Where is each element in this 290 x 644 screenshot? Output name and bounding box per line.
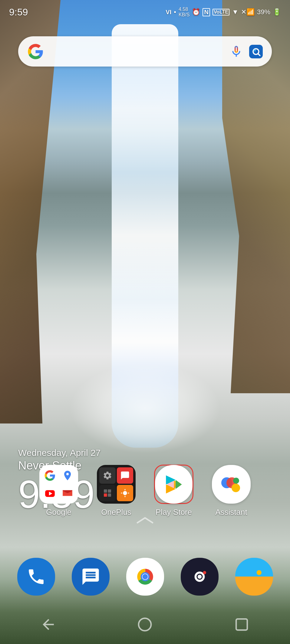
- svg-rect-8: [104, 493, 107, 497]
- nfc-icon: N: [203, 8, 210, 16]
- svg-marker-15: [166, 475, 176, 484]
- google-g-logo: [27, 43, 44, 60]
- oneplus-app-label: OnePlus: [101, 508, 131, 517]
- dock: [0, 558, 290, 596]
- svg-point-3: [66, 473, 69, 475]
- svg-rect-0: [249, 45, 263, 58]
- camera-icon: [190, 567, 209, 587]
- nav-back-button[interactable]: [36, 612, 61, 636]
- svg-rect-9: [108, 493, 111, 497]
- status-time: 9:59: [9, 7, 28, 18]
- dock-messages[interactable]: [72, 558, 110, 596]
- drawer-handle[interactable]: [133, 514, 157, 528]
- app-item-assistant[interactable]: Assistant: [212, 465, 251, 517]
- phone-icon: [26, 567, 46, 587]
- status-icons: VI • 4.58KB/S ⏰ N VoLTE ▼ ✕📶 39% 🔋: [166, 7, 281, 17]
- playstore-app-label: Play Store: [156, 508, 192, 517]
- svg-point-10: [123, 491, 127, 495]
- assistant-icon-wrapper: [212, 465, 251, 504]
- oneplus-icon-wrapper: [97, 465, 136, 504]
- carrier-icon: VI: [166, 9, 171, 16]
- nav-recents-button[interactable]: [229, 612, 254, 636]
- lens-icon[interactable]: [249, 45, 263, 58]
- battery-icon: 🔋: [273, 8, 281, 16]
- svg-point-29: [197, 575, 202, 579]
- app-row: Google: [0, 465, 290, 517]
- mic-icon[interactable]: [229, 45, 243, 58]
- dock-phone[interactable]: [17, 558, 55, 596]
- oneplus-app-icon: [97, 465, 136, 504]
- search-bar[interactable]: [18, 36, 272, 67]
- nav-home-button[interactable]: [133, 612, 157, 636]
- date-text: Wednesday, April 27: [18, 448, 101, 458]
- svg-point-20: [232, 484, 240, 492]
- google-app-label: Google: [46, 508, 71, 517]
- nav-bar: [0, 605, 290, 644]
- assistant-app-icon: [212, 465, 251, 504]
- dot-icon: •: [174, 8, 176, 16]
- messages-icon: [81, 567, 101, 587]
- svg-point-31: [256, 570, 261, 575]
- dock-camera[interactable]: [181, 558, 219, 596]
- svg-point-26: [142, 574, 148, 580]
- google-app-icon: [39, 465, 78, 504]
- svg-rect-6: [104, 489, 107, 493]
- chrome-icon: [134, 565, 157, 588]
- assistant-app-label: Assistant: [215, 508, 247, 517]
- recents-icon: [233, 616, 250, 633]
- wifi-icon: ▼: [232, 8, 239, 16]
- svg-rect-33: [236, 619, 247, 630]
- svg-marker-17: [176, 480, 182, 489]
- svg-point-30: [203, 571, 206, 574]
- google-icon-wrapper: [39, 465, 78, 504]
- playstore-app-icon: [155, 465, 193, 504]
- svg-marker-16: [166, 484, 176, 493]
- mist: [69, 363, 221, 454]
- back-icon: [40, 616, 57, 633]
- app-item-playstore[interactable]: Play Store: [154, 465, 193, 517]
- svg-point-2: [254, 49, 256, 52]
- files-icon: [244, 567, 264, 587]
- home-icon: [137, 616, 153, 633]
- svg-point-21: [233, 478, 239, 484]
- status-bar: 9:59 VI • 4.58KB/S ⏰ N VoLTE ▼ ✕📶 39% 🔋: [0, 0, 290, 24]
- battery-percent: 39%: [257, 8, 270, 16]
- volte-icon: VoLTE: [213, 9, 229, 15]
- speed-icon: 4.58KB/S: [179, 7, 189, 17]
- alarm-icon: ⏰: [192, 8, 200, 16]
- svg-rect-7: [108, 489, 111, 493]
- dock-files[interactable]: [235, 558, 273, 596]
- chevron-up-icon: [133, 514, 157, 526]
- app-item-google[interactable]: Google: [39, 465, 78, 517]
- dock-chrome[interactable]: [126, 558, 164, 596]
- app-item-oneplus[interactable]: OnePlus: [97, 465, 136, 517]
- signal-icon: ✕📶: [241, 8, 255, 16]
- playstore-icon-wrapper: [154, 465, 193, 504]
- svg-point-32: [139, 618, 151, 630]
